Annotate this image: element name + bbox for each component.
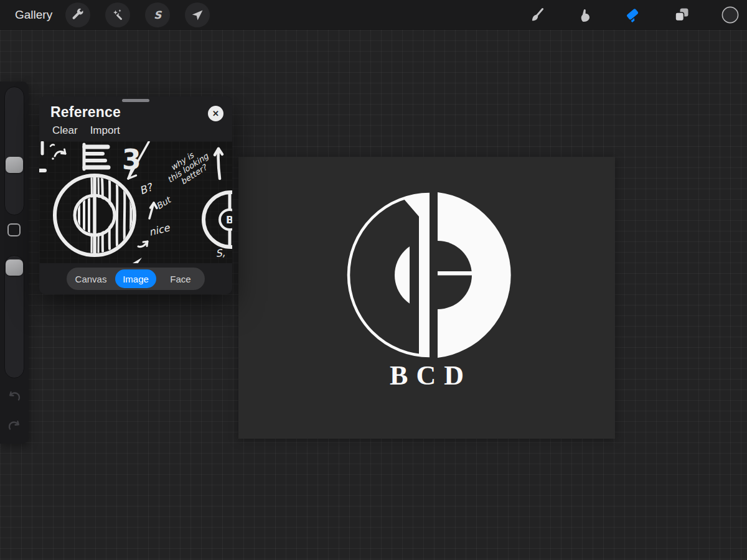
smudge-tool-button[interactable] — [576, 6, 593, 24]
redo-icon — [4, 416, 24, 432]
tab-canvas[interactable]: Canvas — [67, 268, 115, 290]
smudge-icon — [576, 6, 593, 24]
brush-size-handle[interactable] — [6, 157, 23, 173]
actions-button[interactable] — [65, 2, 90, 27]
top-toolbar: Gallery S — [0, 0, 747, 30]
redo-button[interactable] — [4, 416, 24, 432]
color-circle-icon — [721, 6, 739, 24]
layers-button[interactable] — [673, 6, 690, 24]
tab-face[interactable]: Face — [156, 268, 205, 290]
paint-tool-button[interactable] — [528, 6, 545, 24]
adjustments-button[interactable] — [105, 2, 130, 27]
reference-panel-header: Reference ✕ Clear Import — [39, 96, 232, 141]
gallery-button[interactable]: Gallery — [15, 0, 52, 30]
close-button[interactable]: ✕ — [208, 106, 223, 121]
wrench-icon — [70, 7, 85, 22]
eraser-tool-button[interactable] — [624, 6, 642, 24]
opacity-slider[interactable] — [4, 255, 24, 378]
reference-tab-strip: Canvas Image Face — [39, 263, 232, 294]
reference-image[interactable]: 3 why is this looking better? B? But nic… — [39, 141, 232, 263]
color-swatch-button[interactable] — [721, 6, 739, 24]
sketch-numeral: 3 — [122, 144, 141, 175]
canvas-surface[interactable]: BCD — [238, 157, 615, 439]
app-window: Gallery S — [0, 0, 747, 560]
import-button[interactable]: Import — [90, 124, 120, 137]
transform-arrow-icon — [190, 7, 205, 22]
clear-button[interactable]: Clear — [52, 124, 78, 137]
logo-wordmark: BCD — [390, 360, 472, 391]
opacity-handle[interactable] — [6, 259, 23, 276]
sketch-signature: S, — [215, 246, 225, 259]
side-toolbar — [0, 82, 29, 444]
reference-panel: Reference ✕ Clear Import — [39, 96, 232, 294]
brush-icon — [528, 6, 545, 24]
magic-wand-icon — [110, 7, 125, 22]
layers-icon — [673, 6, 690, 24]
drag-handle[interactable] — [122, 99, 149, 102]
undo-icon — [4, 387, 24, 403]
transform-button[interactable] — [185, 2, 210, 27]
tab-image[interactable]: Image — [115, 269, 156, 288]
sketch-badge-b: B — [226, 214, 232, 226]
undo-button[interactable] — [4, 387, 24, 403]
selection-s-icon: S — [150, 7, 165, 22]
selection-button[interactable]: S — [145, 2, 170, 27]
modify-button[interactable] — [7, 223, 21, 236]
eraser-icon — [624, 6, 642, 24]
svg-text:S: S — [154, 9, 162, 21]
bcd-logo: BCD — [238, 157, 615, 439]
reference-panel-title: Reference — [50, 104, 121, 121]
reference-tab-capsule: Canvas Image Face — [67, 268, 205, 290]
brush-size-slider[interactable] — [4, 86, 24, 215]
